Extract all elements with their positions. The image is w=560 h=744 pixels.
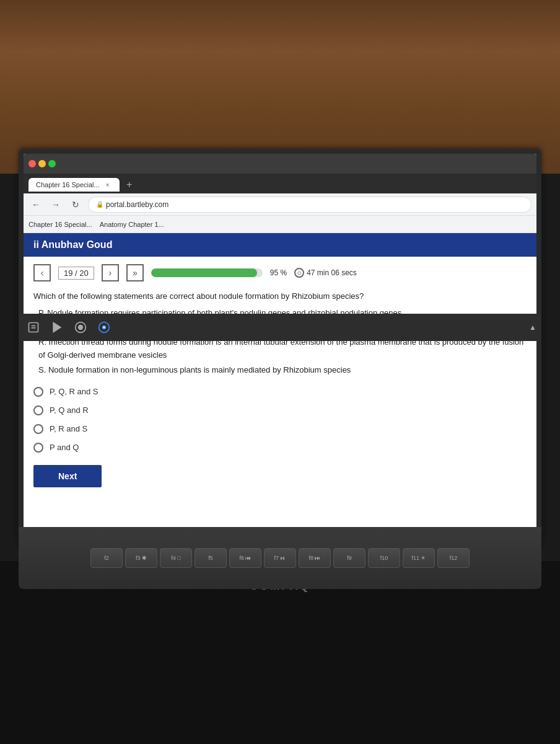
- bookmark-chapter16[interactable]: Chapter 16 Special...: [28, 221, 92, 228]
- tab-close-icon[interactable]: ×: [103, 180, 112, 189]
- taskbar-circle-icon[interactable]: [71, 317, 90, 337]
- progress-bar-fill: [151, 268, 257, 277]
- timer: ○ 47 min 06 secs: [294, 268, 357, 278]
- taskbar-media-icon[interactable]: [47, 317, 67, 337]
- progress-percent: 95 %: [270, 268, 287, 277]
- bookmark-anatomy[interactable]: Anatomy Chapter 1...: [100, 221, 164, 228]
- key-f4[interactable]: f4 □: [160, 548, 192, 568]
- option-1[interactable]: P, Q, R and S: [33, 387, 527, 397]
- option-4[interactable]: P and Q: [33, 443, 527, 453]
- svg-marker-3: [53, 323, 61, 332]
- option-3[interactable]: P, R and S: [33, 424, 527, 434]
- key-f10[interactable]: f10: [368, 548, 400, 568]
- progress-row: ‹ 19 / 20 › » 95 % ○ 47 min 06 secs: [33, 264, 527, 281]
- taskbar-right: ▲: [529, 323, 536, 332]
- option-3-label: P, R and S: [50, 424, 87, 433]
- tab-label: Chapter 16 Special...: [36, 181, 100, 188]
- minimize-button[interactable]: [38, 160, 46, 167]
- radio-3[interactable]: [33, 424, 43, 434]
- tab-bar: Chapter 16 Special... × +: [24, 174, 536, 193]
- next-button[interactable]: Next: [33, 465, 102, 487]
- skip-button[interactable]: »: [126, 264, 144, 281]
- screen-bezel: Chapter 16 Special... × + ← → ↻: [19, 149, 541, 546]
- radio-1[interactable]: [33, 387, 43, 397]
- key-f11[interactable]: f11 ☀: [403, 548, 435, 568]
- keyboard-row: f2 f3 ✱ f4 □ f5 f6 ⏮ f7 ⏯ f8 ⏭ f9 f10 f1…: [90, 548, 470, 568]
- bookmarks-bar: Chapter 16 Special... Anatomy Chapter 1.…: [24, 216, 536, 233]
- back-button[interactable]: ←: [28, 197, 43, 212]
- taskbar-arrow-up: ▲: [529, 323, 536, 332]
- option-1-label: P, Q, R and S: [50, 387, 98, 396]
- maximize-button[interactable]: [48, 160, 56, 167]
- key-f9[interactable]: f9: [333, 548, 365, 568]
- taskbar: ▲: [19, 314, 541, 341]
- key-f7[interactable]: f7 ⏯: [264, 548, 296, 568]
- browser-window: Chapter 16 Special... × + ← → ↻: [24, 154, 536, 541]
- timer-icon: ○: [294, 268, 304, 278]
- svg-point-8: [103, 326, 105, 328]
- close-button[interactable]: [28, 160, 36, 167]
- question-counter: 19 / 20: [58, 267, 94, 280]
- svg-point-5: [78, 325, 83, 330]
- address-bar-row: ← → ↻ 🔒 portal.bartleby.com: [24, 193, 536, 216]
- address-bar[interactable]: 🔒 portal.bartleby.com: [88, 197, 532, 213]
- timer-text: 47 min 06 secs: [307, 268, 357, 277]
- prev-question-button[interactable]: ‹: [33, 264, 51, 281]
- site-header-title: ii Anubhav Goud: [33, 239, 112, 250]
- key-f2[interactable]: f2: [90, 548, 123, 568]
- key-f8[interactable]: f8 ⏭: [299, 548, 331, 568]
- window-controls: [28, 160, 56, 167]
- option-2-label: P, Q and R: [50, 405, 89, 415]
- quiz-content: ‹ 19 / 20 › » 95 % ○ 47 min 06 secs: [24, 257, 536, 541]
- url-text: portal.bartleby.com: [106, 200, 168, 209]
- radio-4[interactable]: [33, 443, 43, 453]
- option-2[interactable]: P, Q and R: [33, 405, 527, 415]
- key-f6[interactable]: f6 ⏮: [229, 548, 261, 568]
- keyboard: f2 f3 ✱ f4 □ f5 f6 ⏮ f7 ⏯ f8 ⏭ f9 f10 f1…: [19, 527, 541, 589]
- statement-s: S. Nodule formation in non-leguminous pl…: [38, 364, 527, 377]
- lock-icon: 🔒: [96, 201, 103, 208]
- progress-bar-container: [151, 268, 263, 277]
- new-tab-button[interactable]: +: [122, 177, 137, 192]
- bookmark-label: Chapter 16 Special...: [28, 221, 92, 228]
- next-arrow-button[interactable]: ›: [102, 264, 119, 281]
- taskbar-file-icon[interactable]: [24, 317, 43, 337]
- key-f5[interactable]: f5: [195, 548, 227, 568]
- option-4-label: P and Q: [50, 443, 79, 452]
- refresh-button[interactable]: ↻: [68, 197, 83, 212]
- forward-button[interactable]: →: [48, 197, 63, 212]
- desk-surface: [0, 0, 560, 174]
- key-f12[interactable]: f12: [437, 548, 470, 568]
- bookmark-label: Anatomy Chapter 1...: [100, 221, 164, 228]
- tab-active[interactable]: Chapter 16 Special... ×: [28, 178, 120, 192]
- site-header: ii Anubhav Goud: [24, 233, 536, 257]
- radio-2[interactable]: [33, 405, 43, 415]
- key-f3[interactable]: f3 ✱: [125, 548, 157, 568]
- laptop: Chapter 16 Special... × + ← → ↻: [19, 149, 541, 583]
- browser-chrome: [24, 154, 536, 174]
- options-container: P, Q, R and S P, Q and R P, R and S P an…: [33, 387, 527, 453]
- question-main-text: Which of the following statements are co…: [33, 290, 527, 303]
- taskbar-chrome-icon[interactable]: [94, 317, 114, 337]
